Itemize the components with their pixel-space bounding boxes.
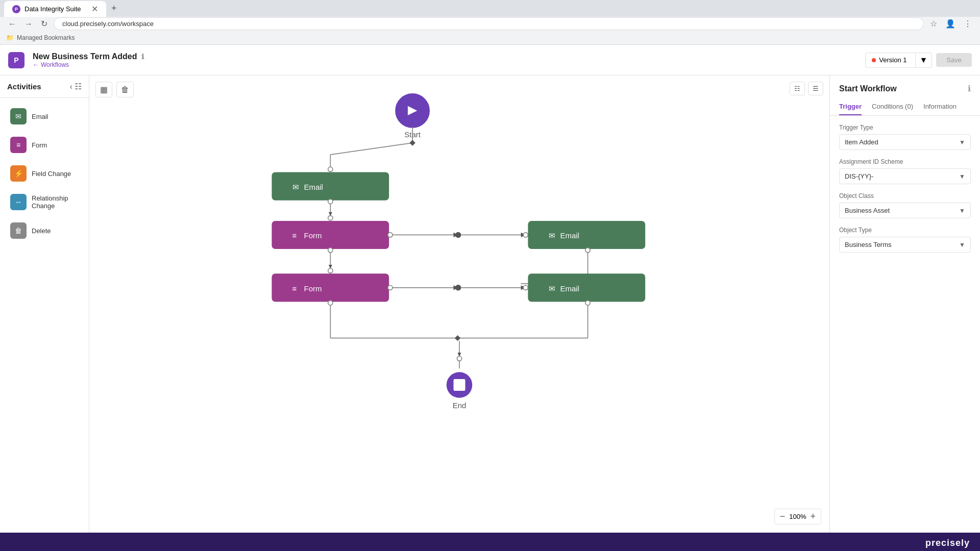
delete-item-icon: 🗑 <box>10 222 27 239</box>
save-button[interactable]: Save <box>936 53 972 67</box>
sidebar-item-relationship-change[interactable]: ↔ Relationship Change <box>5 190 84 214</box>
end-label: End <box>453 401 467 410</box>
tab-close-button[interactable]: ✕ <box>91 4 98 14</box>
back-button[interactable]: ← <box>6 17 18 31</box>
breadcrumb-link[interactable]: Workflows <box>41 61 69 68</box>
form-item-label: Form <box>32 141 47 149</box>
right-panel-tabs: Trigger Conditions (0) Information <box>830 98 980 116</box>
form2-label: Form <box>304 284 322 293</box>
sidebar-item-form[interactable]: ≡ Form <box>5 133 84 157</box>
form2-bottom-dot <box>328 300 333 305</box>
right-panel: Start Workflow ℹ Trigger Conditions (0) … <box>829 76 980 533</box>
canvas-toolbar: ▦ 🗑 <box>95 82 134 97</box>
sidebar-item-field-change[interactable]: ⚡ Field Change <box>5 161 84 186</box>
email-item-label: Email <box>32 113 48 120</box>
object-type-value: Business Terms <box>845 241 892 248</box>
version-dot <box>872 58 876 62</box>
info-icon[interactable]: ℹ <box>141 53 144 61</box>
sidebar-grid-button[interactable]: ☷ <box>75 82 82 91</box>
menu-button[interactable]: ⋮ <box>962 17 974 31</box>
browser-nav: ← → ↻ cloud.precisely.com/workspace ☆ 👤 … <box>0 17 980 31</box>
version-badge: Version 1 ▼ <box>865 53 932 68</box>
email2-label: Email <box>560 231 579 240</box>
relationship-change-item-icon: ↔ <box>10 194 27 210</box>
folder-icon: 📁 <box>6 34 14 41</box>
field-change-item-label: Field Change <box>32 170 71 178</box>
email3-icon-text: ✉ <box>549 284 555 293</box>
app-header-info: New Business Term Added ℹ ← Workflows <box>33 52 144 68</box>
footer-logo: precisely <box>925 538 970 548</box>
trigger-type-field: Trigger Type Item Added ▼ <box>839 124 971 150</box>
trigger-type-label: Trigger Type <box>839 124 971 131</box>
diamond-form1-email2 <box>455 232 461 238</box>
diamond-form2-email3 <box>455 285 461 290</box>
zoom-level: 100% <box>789 513 806 520</box>
browser-chrome: P Data Integrity Suite ✕ + ← → ↻ cloud.p… <box>0 0 980 31</box>
object-class-value: Business Asset <box>845 207 890 214</box>
object-class-select[interactable]: Business Asset ▼ <box>839 203 971 218</box>
grid-view-button[interactable]: ☷ <box>790 82 805 95</box>
main-content: Activities ‹ ☷ ✉ Email ≡ Form ⚡ Field Ch… <box>0 76 980 533</box>
email3-left-dot <box>523 285 528 290</box>
trigger-type-select[interactable]: Item Added ▼ <box>839 134 971 150</box>
zoom-in-button[interactable]: + <box>810 511 816 522</box>
form2-icon-text: ≡ <box>292 284 297 293</box>
app-footer: precisely <box>0 533 980 551</box>
forward-button[interactable]: → <box>22 17 35 31</box>
version-dropdown-button[interactable]: ▼ <box>915 53 932 67</box>
object-type-select[interactable]: Business Terms ▼ <box>839 237 971 253</box>
email2-bottom-dot <box>585 248 590 253</box>
email1-bottom-dot <box>328 199 333 204</box>
address-text: cloud.precisely.com/workspace <box>62 20 154 28</box>
workflow-canvas-area: ▦ 🗑 ☷ ☰ Start <box>89 76 829 533</box>
email2-icon-text: ✉ <box>549 231 555 240</box>
breadcrumb-arrow: ← <box>33 61 39 68</box>
form2-node[interactable] <box>272 273 389 302</box>
fork-diamond-1 <box>409 140 415 145</box>
email3-node[interactable] <box>528 273 645 302</box>
bookmarks-bar: 📁 Managed Bookmarks <box>0 31 980 45</box>
tab-conditions[interactable]: Conditions (0) <box>872 98 913 115</box>
tab-trigger[interactable]: Trigger <box>839 98 862 115</box>
assignment-id-chevron: ▼ <box>959 173 965 180</box>
trigger-type-chevron: ▼ <box>959 139 965 146</box>
zoom-out-button[interactable]: − <box>780 511 786 522</box>
form1-icon-text: ≡ <box>292 231 297 240</box>
new-tab-button[interactable]: + <box>106 0 122 17</box>
assignment-id-select[interactable]: DIS-{YY}- ▼ <box>839 168 971 184</box>
refresh-button[interactable]: ↻ <box>39 17 50 31</box>
email3-label: Email <box>560 284 579 293</box>
email3-bottom-dot <box>585 300 590 305</box>
assignment-id-value: DIS-{YY}- <box>845 172 873 180</box>
email1-label: Email <box>304 183 323 191</box>
list-view-button[interactable]: ☰ <box>808 82 823 95</box>
assignment-id-field: Assignment ID Scheme DIS-{YY}- ▼ <box>839 158 971 184</box>
form1-node[interactable] <box>272 221 389 249</box>
sidebar-collapse-button[interactable]: ‹ <box>70 82 72 91</box>
right-panel-header: Start Workflow ℹ <box>830 76 980 93</box>
field-change-item-icon: ⚡ <box>10 165 27 182</box>
right-panel-info-icon[interactable]: ℹ <box>968 84 971 93</box>
sidebar: Activities ‹ ☷ ✉ Email ≡ Form ⚡ Field Ch… <box>0 76 89 533</box>
object-class-field: Object Class Business Asset ▼ <box>839 192 971 218</box>
copy-button[interactable]: ▦ <box>95 82 112 97</box>
form1-label: Form <box>304 231 322 240</box>
delete-canvas-button[interactable]: 🗑 <box>116 82 134 97</box>
app-container: P New Business Term Added ℹ ← Workflows … <box>0 45 980 533</box>
managed-bookmarks-label[interactable]: Managed Bookmarks <box>17 34 75 41</box>
browser-tab-active[interactable]: P Data Integrity Suite ✕ <box>4 1 106 17</box>
profile-button[interactable]: 👤 <box>943 17 958 31</box>
bookmark-button[interactable]: ☆ <box>928 17 939 31</box>
right-panel-title: Start Workflow <box>839 84 897 93</box>
email2-node[interactable] <box>528 221 645 249</box>
connector-fork-left <box>330 143 412 155</box>
sidebar-item-delete[interactable]: 🗑 Delete <box>5 218 84 243</box>
end-stop-icon <box>454 379 465 391</box>
object-class-chevron: ▼ <box>959 207 965 214</box>
sidebar-item-email[interactable]: ✉ Email <box>5 104 84 129</box>
address-bar[interactable]: cloud.precisely.com/workspace <box>54 17 924 30</box>
app-logo: P <box>8 52 24 68</box>
breadcrumb[interactable]: ← Workflows <box>33 61 144 68</box>
email1-node[interactable] <box>272 172 389 201</box>
tab-information[interactable]: Information <box>923 98 957 115</box>
